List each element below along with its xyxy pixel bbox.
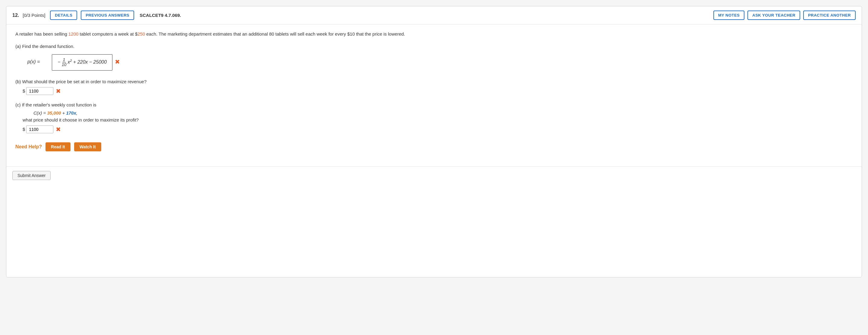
part-a-label: (a) Find the demand function. (16, 44, 852, 49)
price: 250 (137, 31, 145, 36)
wrong-icon-a: ✖ (115, 58, 120, 65)
my-notes-button[interactable]: MY NOTES (713, 10, 745, 20)
part-a-letter: (a) (16, 44, 21, 49)
part-b-input-row: $ ✖ (23, 87, 852, 95)
part-b-label: (b) What should the price be set at in o… (16, 79, 852, 84)
wrong-icon-b: ✖ (56, 87, 61, 95)
part-a-answer-row: p(x) = −110x2 + 220x − 25000 ✖ (27, 52, 852, 72)
part-c-question-prefix: If the retailer's weekly cost function i… (22, 102, 96, 108)
right-buttons: MY NOTES ASK YOUR TEACHER PRACTICE ANOTH… (713, 10, 856, 20)
submit-row: Submit Answer (6, 166, 862, 184)
dollar-sign-c: $ (23, 127, 25, 132)
problem-text-after: tablet computers a week at $ (79, 31, 137, 36)
watch-it-button[interactable]: Watch It (74, 142, 101, 151)
ask-teacher-button[interactable]: ASK YOUR TEACHER (747, 10, 800, 20)
part-a: (a) Find the demand function. p(x) = −11… (16, 44, 852, 72)
part-c-question-suffix: what price should it choose in order to … (23, 117, 852, 122)
part-c-input-row: $ ✖ (23, 125, 852, 133)
formula-box: −110x2 + 220x − 25000 (52, 54, 113, 70)
part-b-question: What should the price be set at in order… (22, 79, 147, 84)
problem-text-before: A retailer has been selling (16, 31, 68, 36)
question-container: 12. [0/3 Points] DETAILS PREVIOUS ANSWER… (6, 6, 862, 277)
previous-answers-button[interactable]: PREVIOUS ANSWERS (81, 10, 134, 20)
cost-highlight-1: 35,000 (47, 110, 61, 116)
part-b-letter: (b) (16, 79, 21, 84)
part-c-label: (c) If the retailer's weekly cost functi… (16, 102, 852, 108)
cost-highlight-2: 170x (66, 110, 76, 116)
practice-another-button[interactable]: PRACTICE ANOTHER (803, 10, 856, 20)
content-area: A retailer has been selling 1200 tablet … (6, 24, 862, 160)
cost-function: C(x) = 35,000 + 170x, (33, 110, 852, 116)
header-bar: 12. [0/3 Points] DETAILS PREVIOUS ANSWER… (6, 6, 862, 24)
part-c: (c) If the retailer's weekly cost functi… (16, 102, 852, 133)
wrong-icon-c: ✖ (56, 126, 61, 133)
fraction: 110 (61, 58, 67, 67)
question-number: 12. (12, 13, 19, 18)
num-tablets: 1200 (68, 31, 79, 36)
problem-text-rest: each. The marketing department estimates… (145, 31, 405, 36)
answer-input-b[interactable] (26, 87, 53, 95)
points-label: [0/3 Points] (23, 13, 45, 18)
problem-statement: A retailer has been selling 1200 tablet … (16, 30, 852, 38)
answer-input-c[interactable] (26, 125, 53, 133)
submit-button[interactable]: Submit Answer (12, 171, 51, 180)
need-help-label: Need Help? (16, 144, 42, 150)
part-c-letter: (c) (16, 102, 21, 108)
scalcet-label: SCALCET9 4.7.069. (140, 13, 181, 18)
read-it-button[interactable]: Read It (45, 142, 70, 151)
formula-content: −110x2 + 220x − 25000 (58, 59, 107, 64)
part-a-question: Find the demand function. (22, 44, 74, 49)
need-help-row: Need Help? Read It Watch It (16, 142, 852, 151)
dollar-sign-b: $ (23, 88, 25, 93)
part-b: (b) What should the price be set at in o… (16, 79, 852, 95)
details-button[interactable]: DETAILS (50, 10, 77, 20)
formula-prefix: p(x) = (27, 59, 40, 64)
